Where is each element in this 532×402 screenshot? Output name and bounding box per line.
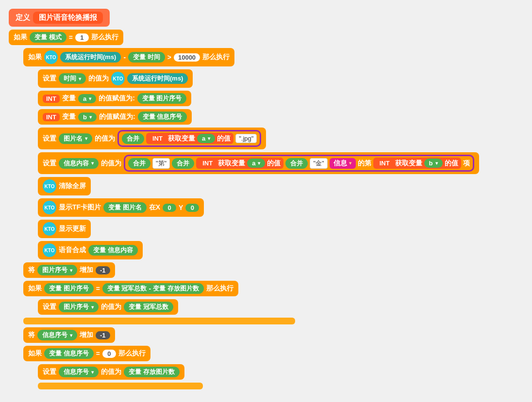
showimg-block[interactable]: KTO 显示TF卡图片 变量 图片名 在X 0 Y 0 [38,198,204,217]
kto-icon-set1: KTO [111,72,125,85]
set2-label: 设置 [43,134,56,143]
if3-row: 如果 变量 图片序号 = 变量 冠军总数 - 变量 存放图片数 那么执行 [23,281,523,296]
define-label: 定义 [16,13,30,22]
set3-merge2: 合并 [172,158,194,169]
set3-var-b[interactable]: b [424,159,443,168]
if1-label: 如果 [14,33,27,42]
int2-var-b[interactable]: b [78,113,97,122]
kto-icon-clear: KTO [43,179,56,193]
set4-label: 设置 [43,303,56,311]
set3-getvar-a: 获取变量 [218,159,245,168]
if4-block[interactable]: 如果 变量 信息序号 = 0 那么执行 [23,346,150,361]
set2-block[interactable]: 设置 图片名 的值为 合并 INT 获取变量 a 的值 ".jpg" [38,128,266,149]
set1-systime: 系统运行时间(ms) [127,73,188,84]
set2-jpg: ".jpg" [235,134,257,143]
clear-block[interactable]: KTO 清除全屏 [38,177,91,195]
if4-var-infoseq[interactable]: 变量 信息序号 [44,348,94,359]
set2-var-imgname[interactable]: 图片名 [59,133,92,144]
set2-merge: 合并 [122,133,144,144]
incr1-row: 将 图片序号 增加 -1 [23,262,523,278]
if1-var-mode[interactable]: 变量 模式 [30,32,66,43]
tts-var-infocont[interactable]: 变量 信息内容 [88,245,138,256]
set3-var-infocont[interactable]: 信息内容 [59,158,99,169]
set3-merge3: 合并 [285,158,308,169]
incr2-var-infoseq[interactable]: 信息序号 [37,330,77,340]
clear-label: 清除全屏 [59,182,86,191]
int2-var-infoseq[interactable]: 变量 信息序号 [138,112,187,122]
if3-eq: = [96,285,100,292]
if4-eq: = [96,350,100,357]
define-row: 定义 图片语音轮换播报 [9,9,523,27]
set3-ofval2: 的值 [445,159,458,168]
set3-info: 信息 [333,159,347,168]
if2-systime: 系统运行时间(ms) [60,52,121,63]
int1-middle: 的值赋值为: [99,94,135,103]
set3-int-block2: INT 获取变量 b 的值 [373,158,461,169]
if2-label: 如果 [28,53,42,62]
set5-label: 设置 [43,368,56,376]
int1-badge: INT [43,95,60,103]
if4-val-0: 0 [102,350,116,358]
if2-then: 那么执行 [202,53,230,62]
int2-row: INT 变量 b 的值赋值为: 变量 信息序号 [38,109,523,125]
incr1-block[interactable]: 将 图片序号 增加 -1 [23,262,115,278]
set2-int-badge: INT [149,134,166,143]
set5-row: 设置 信息序号 的值为 变量 存放图片数 [38,364,523,380]
incr2-label: 将 [28,331,35,339]
int1-var-a[interactable]: a [78,94,96,103]
int1-block[interactable]: INT 变量 a 的值赋值为: 变量 图片序号 [38,91,191,106]
set3-ofval1: 的值 [267,159,281,168]
set2-int-block: INT 获取变量 a 的值 [146,133,233,144]
set5-var-store[interactable]: 变量 存放图片数 [124,367,180,377]
if3-expr: 变量 冠军总数 - 变量 存放图片数 [102,283,204,294]
if1-then: 那么执行 [91,33,118,42]
showimg-y: Y [179,204,183,211]
set4-block[interactable]: 设置 图片序号 的值为 变量 冠军总数 [38,299,178,315]
set3-int2: INT [376,159,393,167]
set1-block[interactable]: 设置 时间 的值为 KTO 系统运行时间(ms) [38,69,193,88]
showimg-x: 0 [163,204,176,212]
incr1-label: 将 [28,266,35,274]
incr2-block[interactable]: 将 信息序号 增加 -1 [23,327,115,343]
bottom-bar [38,383,203,389]
showimg-atx: 在X [149,203,160,212]
incr1-var-imgseq[interactable]: 图片序号 [37,265,77,275]
int1-row: INT 变量 a 的值赋值为: 变量 图片序号 [38,91,523,106]
set5-var-infoseq[interactable]: 信息序号 [59,367,99,377]
set2-var-a[interactable]: a [197,134,215,143]
set3-block[interactable]: 设置 信息内容 的值为 合并 "第" 合并 INT 获取变量 a 的值 合并 "… [38,152,479,174]
set1-var-time[interactable]: 时间 [59,73,86,84]
kto-icon-if2: KTO [44,50,58,64]
set5-block[interactable]: 设置 信息序号 的值为 变量 存放图片数 [38,364,184,380]
showimg-label: 显示TF卡图片 [59,203,101,212]
set4-var-imgseq[interactable]: 图片序号 [59,302,99,312]
if1-block[interactable]: 如果 变量 模式 = 1 那么执行 [9,30,123,45]
showupdate-block[interactable]: KTO 显示更新 [38,220,91,238]
set3-value-container: 合并 "第" 合并 INT 获取变量 a 的值 合并 "金" 信息 ▾ 的第 I… [124,155,474,172]
if2-block[interactable]: 如果 KTO 系统运行时间(ms) - 变量 时间 > 10000 那么执行 [23,48,234,66]
if3-minus: - [149,285,151,292]
showimg-var-imgname[interactable]: 变量 图片名 [103,202,147,213]
set1-middle: 的值为 [88,74,109,83]
set4-var-total[interactable]: 变量 冠军总数 [124,302,173,312]
if2-minus: - [123,53,126,61]
if2-var-time[interactable]: 变量 时间 [128,52,165,63]
tts-row: KTO 语音合成 变量 信息内容 [38,241,523,259]
set3-var-a[interactable]: a [247,159,265,168]
kto-icon-showimg: KTO [43,201,56,214]
if3-block[interactable]: 如果 变量 图片序号 = 变量 冠军总数 - 变量 存放图片数 那么执行 [23,281,238,296]
tts-block[interactable]: KTO 语音合成 变量 信息内容 [38,241,143,259]
set2-value-container: 合并 INT 获取变量 a 的值 ".jpg" [117,130,261,147]
bottom-bar-row [38,383,523,389]
int1-var-imgseq[interactable]: 变量 图片序号 [137,93,187,104]
kto-icon-tts: KTO [43,243,56,257]
if2-row: 如果 KTO 系统运行时间(ms) - 变量 时间 > 10000 那么执行 [23,48,523,66]
int2-block[interactable]: INT 变量 b 的值赋值为: 变量 信息序号 [38,109,192,125]
set4-middle: 的值为 [101,303,121,311]
spacer-row [23,318,523,324]
showupdate-row: KTO 显示更新 [38,220,523,238]
if3-var-imgseq[interactable]: 变量 图片序号 [44,283,94,294]
define-block[interactable]: 定义 图片语音轮换播报 [9,9,110,27]
set1-label: 设置 [43,74,56,83]
set3-str-jin: "金" [310,158,327,169]
